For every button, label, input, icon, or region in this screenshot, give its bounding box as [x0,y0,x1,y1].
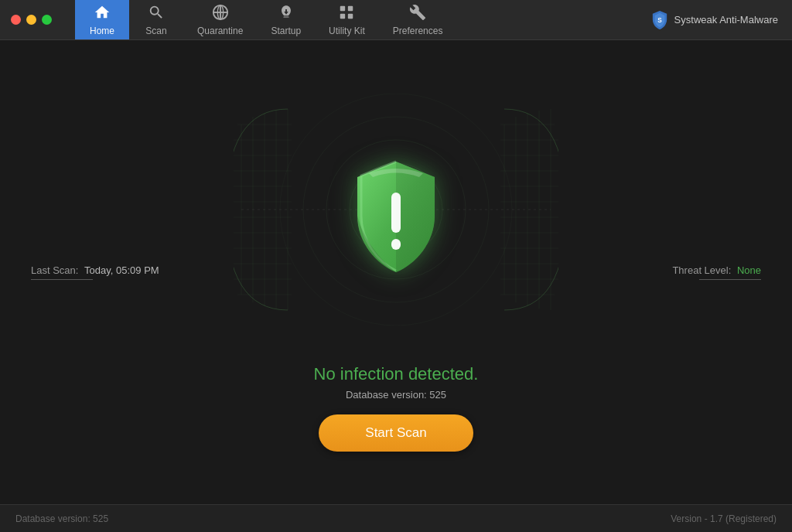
last-scan-label: Last Scan: Today, 05:09 PM [31,264,159,276]
startup-icon [278,4,295,23]
last-scan-info: Last Scan: Today, 05:09 PM [31,264,159,280]
window-controls [0,15,52,25]
svg-rect-49 [391,239,401,250]
tab-home[interactable]: Home [75,0,129,39]
tab-quarantine-label: Quarantine [197,26,243,36]
svg-rect-6 [340,13,345,18]
footer-version: Version - 1.7 (Registered) [671,513,777,524]
tab-scan[interactable]: Scan [129,0,183,39]
preferences-icon [409,4,426,23]
scan-icon [148,4,165,23]
status-main-text: No infection detected. [314,364,479,384]
shield-icon [346,158,446,277]
svg-rect-4 [340,5,345,10]
threat-level-line [699,279,761,280]
main-content: Last Scan: Today, 05:09 PM Threat Level:… [0,40,792,504]
minimize-button[interactable] [26,15,36,25]
footer-db-version: Database version: 525 [15,513,108,524]
svg-text:S: S [657,16,662,23]
status-sub-text: Database version: 525 [314,389,479,401]
tab-utility-kit[interactable]: Utility Kit [315,0,379,39]
tab-home-label: Home [90,26,114,36]
nav-tabs: Home Scan Quarantine [75,0,456,39]
svg-rect-7 [348,13,353,18]
tab-startup[interactable]: Startup [257,0,315,39]
tab-quarantine[interactable]: Quarantine [183,0,257,39]
threat-level-info: Threat Level: None [672,264,761,280]
brand-name: Systweak Anti-Malware [674,14,778,26]
radar-container [234,94,558,341]
start-scan-button[interactable]: Start Scan [319,414,473,452]
tab-preferences[interactable]: Preferences [379,0,457,39]
svg-rect-48 [391,193,401,233]
brand-shield-icon: S [651,10,668,30]
maximize-button[interactable] [42,15,52,25]
status-section: No infection detected. Database version:… [314,364,479,401]
titlebar: Home Scan Quarantine [0,0,792,40]
utility-kit-icon [338,4,355,23]
last-scan-line [31,279,93,280]
tab-preferences-label: Preferences [393,26,443,36]
tab-utility-kit-label: Utility Kit [329,26,365,36]
tab-scan-label: Scan [145,26,166,36]
svg-rect-5 [348,5,353,10]
threat-level-text: Threat Level: None [672,264,761,276]
brand: S Systweak Anti-Malware [651,10,778,30]
bottom-bar: Database version: 525 Version - 1.7 (Reg… [0,504,792,532]
home-icon [94,4,111,23]
close-button[interactable] [11,15,21,25]
quarantine-icon [212,4,229,23]
tab-startup-label: Startup [271,26,301,36]
